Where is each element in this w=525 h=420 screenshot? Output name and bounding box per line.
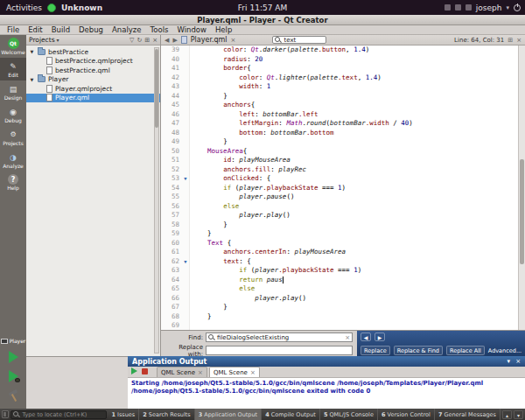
mode-projects[interactable]: ⚙Projects (0, 126, 26, 149)
code-text[interactable]: id: playMouseArea (190, 156, 290, 165)
replace-input[interactable] (206, 346, 353, 355)
tree-item-bestpractice-qmlproject[interactable]: bestPractice.qmlproject (26, 57, 160, 66)
menu-debug[interactable]: Debug (74, 25, 108, 34)
line-number[interactable]: 69 (161, 321, 182, 330)
line-number[interactable]: 67 (161, 303, 182, 312)
code-text[interactable]: player.play() (190, 211, 290, 220)
menu-build[interactable]: Build (47, 25, 74, 34)
user-menu[interactable]: joseph (476, 4, 502, 12)
line-number[interactable]: 40 (161, 55, 182, 65)
clock[interactable]: Fri 11:57 AM (238, 4, 287, 12)
line-number[interactable]: 68 (161, 312, 182, 322)
line-number[interactable]: 45 (161, 101, 182, 110)
code-text[interactable]: } (190, 303, 228, 312)
projects-scrollbar[interactable] (154, 47, 159, 354)
close-icon[interactable]: × (198, 369, 203, 376)
code-text[interactable]: border{ (190, 64, 251, 74)
close-document-icon[interactable]: × (231, 37, 236, 44)
line-number[interactable]: 49 (161, 137, 182, 147)
toggle-sidebar-button[interactable] (2, 410, 9, 418)
run-button[interactable] (6, 351, 20, 363)
chevron-down-icon[interactable]: ▾ (508, 358, 511, 365)
pane-selector[interactable]: Projects (29, 36, 55, 44)
line-number[interactable]: 42 (161, 74, 182, 83)
line-number[interactable]: 65 (161, 284, 182, 294)
editor-scrollbar[interactable] (518, 46, 525, 330)
back-icon[interactable]: ◀ (164, 37, 169, 44)
tree-item-player[interactable]: ▼Player (26, 75, 160, 85)
mode-welcome[interactable]: QtWelcome (0, 35, 26, 58)
split-icon[interactable]: ⊞ (508, 37, 513, 44)
replace-button[interactable]: Replace (360, 346, 390, 355)
output-pane-button-version-control[interactable]: 6Version Control (378, 409, 435, 420)
tree-item-bestpractice-qml[interactable]: bestPractice.qml (26, 66, 160, 75)
mode-help[interactable]: ?Help (0, 172, 26, 193)
code-text[interactable]: color: Qt.darker(palette.button, 1.4) (190, 46, 369, 55)
menu-edit[interactable]: Edit (24, 25, 46, 34)
debug-run-button[interactable] (6, 370, 20, 382)
line-number[interactable]: 39 (161, 46, 182, 55)
maximize-pane-icon[interactable]: ▴ (502, 410, 512, 419)
find-input[interactable]: fileDialogSelectExisting × (206, 332, 353, 342)
line-number[interactable]: 47 (161, 119, 182, 129)
line-number[interactable]: 52 (161, 165, 182, 175)
close-split-icon[interactable]: × (516, 37, 522, 44)
close-icon[interactable]: × (152, 37, 158, 44)
expand-arrow-icon[interactable]: ▼ (29, 49, 35, 54)
output-pane-button-general-messages[interactable]: 7General Messages (435, 409, 500, 420)
code-text[interactable]: width: 1 (190, 82, 270, 92)
find-next-button[interactable]: ▶ (374, 332, 385, 341)
minimize-pane-icon[interactable]: ▾ (514, 410, 523, 419)
tray-icon[interactable] (444, 4, 451, 10)
code-text[interactable]: bottom: bottomBar.bottom (190, 129, 334, 138)
tab-qml-scene-1[interactable]: QML Scene × (157, 367, 207, 377)
network-icon[interactable] (455, 4, 461, 10)
line-number[interactable]: 59 (161, 229, 182, 239)
code-text[interactable]: text: { (190, 257, 251, 267)
line-number[interactable]: 62 (161, 257, 182, 267)
mode-debug[interactable]: ◉Debug (0, 103, 26, 126)
menu-window[interactable]: Window (172, 25, 211, 34)
close-icon[interactable]: × (250, 369, 256, 376)
line-number[interactable]: 43 (161, 82, 182, 92)
mode-analyze[interactable]: ◑Analyze (0, 149, 26, 172)
power-icon[interactable] (514, 4, 521, 11)
mode-edit[interactable]: ✎Edit (0, 58, 26, 80)
menu-analyze[interactable]: Analyze (108, 25, 146, 34)
output-log[interactable]: Starting /home/joseph/Qt5.1-stable/5.1.0… (128, 378, 525, 409)
fold-marker-icon[interactable]: ▼ (182, 257, 190, 267)
line-number[interactable]: 56 (161, 202, 182, 212)
code-text[interactable]: leftMargin: Math.round(bottomBar.width /… (190, 119, 413, 129)
code-text[interactable]: onClicked: { (190, 174, 270, 184)
line-number[interactable]: 51 (161, 156, 182, 165)
open-document-selector[interactable]: Player.qml (191, 36, 228, 44)
code-text[interactable]: anchors.fill: playRec (190, 165, 306, 175)
line-number[interactable]: 48 (161, 129, 182, 138)
app-icon[interactable] (47, 4, 56, 12)
code-text[interactable]: Text { (190, 239, 231, 248)
line-number[interactable]: 57 (161, 211, 182, 220)
advanced-button[interactable]: Advanced... (488, 347, 522, 354)
output-pane-button-issues[interactable]: 1Issues (108, 409, 140, 420)
window-title-bar[interactable]: Player.qml - Player - Qt Creator (0, 15, 525, 25)
tree-item-player-qmlproject[interactable]: Player.qmlproject (26, 84, 160, 94)
code-text[interactable]: else (190, 284, 255, 294)
stop-icon[interactable] (142, 368, 148, 374)
line-number[interactable]: 41 (161, 64, 182, 74)
tab-qml-scene-2[interactable]: QML Scene × (209, 367, 260, 377)
line-number[interactable]: 44 (161, 92, 182, 102)
find-previous-button[interactable]: ◀ (360, 332, 371, 341)
activities-button[interactable]: Activities (6, 4, 42, 12)
forward-icon[interactable]: ▶ (172, 37, 177, 44)
code-text[interactable]: if (player.playbackState === 1) (190, 266, 361, 276)
menu-tools[interactable]: Tools (146, 25, 173, 34)
app-menu[interactable]: Unknown (61, 4, 102, 12)
volume-icon[interactable] (466, 4, 472, 10)
tree-item-player-qml[interactable]: Player.qml (26, 94, 160, 103)
output-pane-button-application-output[interactable]: 3Application Output (195, 409, 262, 420)
output-pane-button-compile-output[interactable]: 4Compile Output (262, 409, 320, 420)
code-text[interactable]: color: Qt.lighter(palette.text, 1.4) (190, 74, 382, 83)
line-number[interactable]: 46 (161, 110, 182, 120)
menu-help[interactable]: Help (211, 25, 236, 34)
line-number[interactable]: 54 (161, 184, 182, 193)
